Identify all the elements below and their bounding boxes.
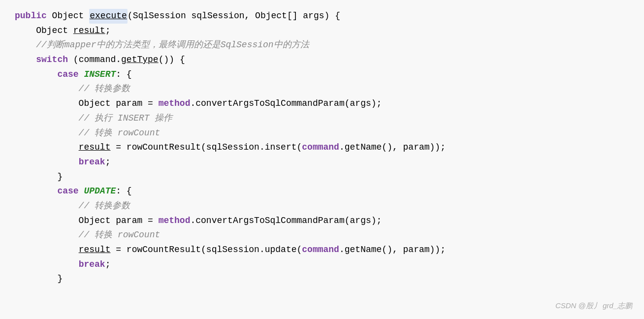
method-ref-2: method (159, 214, 191, 228)
code-line-15: Object param = method.convertArgsToSqlCo… (15, 214, 629, 228)
code-line-12: } (15, 170, 629, 185)
watermark: CSDN @殷丿 grd_志鹏 (555, 300, 632, 312)
code-line-16: // 转换 rowCount (15, 228, 629, 243)
code-block: public Object execute(SqlSession sqlSess… (0, 0, 644, 319)
code-line-17: result = rowCountResult(sqlSession.updat… (15, 243, 629, 257)
code-line-5: case INSERT: { (15, 67, 629, 82)
code-line-10: result = rowCountResult(sqlSession.inser… (15, 140, 629, 155)
code-line-8: // 执行 INSERT 操作 (15, 111, 629, 126)
code-line-4: switch (command.getType()) { (15, 53, 629, 67)
method-ref: method (159, 96, 191, 111)
code-line-6: // 转换参数 (15, 82, 629, 96)
case-insert-label: INSERT (84, 67, 116, 82)
keyword-switch: switch (36, 53, 68, 67)
command-ref-insert: command (302, 140, 339, 155)
code-line-2: Object result; (15, 24, 629, 38)
keyword-break-1: break (79, 155, 105, 170)
code-line-11: break; (15, 155, 629, 170)
case-update-label: UPDATE (84, 184, 116, 199)
code-line-13: case UPDATE: { (15, 184, 629, 199)
code-line-14: // 转换参数 (15, 199, 629, 214)
command-ref-update: command (302, 243, 339, 257)
code-line-3: //判断mapper中的方法类型，最终调用的还是SqlSession中的方法 (15, 38, 629, 53)
keyword-public: public (15, 9, 47, 24)
keyword-break-2: break (79, 257, 105, 272)
code-line-9: // 转换 rowCount (15, 126, 629, 141)
code-line-7: Object param = method.convertArgsToSqlCo… (15, 96, 629, 111)
keyword-case-insert: case (57, 67, 78, 82)
keyword-case-update: case (57, 184, 78, 199)
code-line-1: public Object execute(SqlSession sqlSess… (15, 9, 629, 24)
code-line-18: break; (15, 257, 629, 272)
method-execute: execute (89, 9, 128, 24)
code-line-19: } (15, 272, 629, 287)
